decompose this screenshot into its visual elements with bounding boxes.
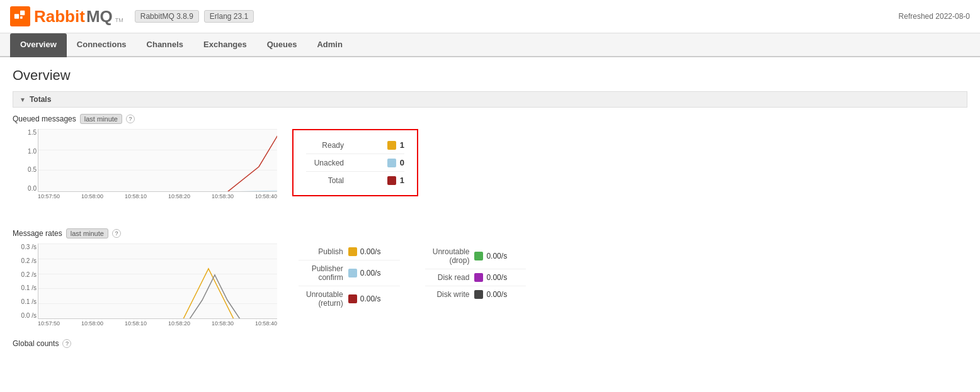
rate-disk-write-value: 0.00/s — [474, 290, 518, 299]
rate-disk-read-value: 0.00/s — [474, 273, 518, 282]
main-nav: Overview Connections Channels Exchanges … — [0, 33, 980, 57]
rate-disk-read-label: Disk read — [438, 273, 470, 282]
svg-rect-1 — [20, 11, 25, 15]
svg-rect-2 — [20, 16, 23, 19]
rate-unroutable-return-label: Unroutable(return) — [306, 290, 343, 308]
rate-unroutable-return-value: 0.00/s — [348, 294, 392, 303]
totals-section-title: Totals — [30, 95, 51, 104]
total-color-swatch — [387, 176, 396, 185]
unroutable-drop-color-swatch — [474, 252, 483, 260]
nav-item-connections[interactable]: Connections — [67, 33, 137, 57]
logo: RabbitMQTM RabbitMQ 3.8.9 Erlang 23.1 — [10, 6, 254, 26]
rates-chart-row: 0.3 /s 0.2 /s 0.2 /s 0.1 /s 0.1 /s 0.0 /… — [13, 244, 967, 327]
queued-messages-label: Queued messages last minute ? — [13, 114, 967, 124]
queued-chart-row: 1.5 1.0 0.5 0.0 — [13, 129, 967, 199]
rate-publisher-confirm-label: Publisherconfirm — [312, 264, 343, 282]
totals-section-header[interactable]: ▼ Totals — [13, 91, 967, 108]
disk-read-color-swatch — [474, 273, 483, 282]
refresh-timestamp: Refreshed 2022-08-0 — [899, 12, 970, 21]
rates-chart-wrapper: 0.3 /s 0.2 /s 0.2 /s 0.1 /s 0.1 /s 0.0 /… — [38, 244, 277, 327]
global-counts: Global counts ? — [13, 339, 967, 348]
logo-tm: TM — [115, 17, 123, 23]
ready-color-swatch — [387, 141, 396, 150]
nav-item-admin[interactable]: Admin — [307, 33, 352, 57]
rates-time-tag[interactable]: last minute — [66, 228, 108, 238]
version-badge: RabbitMQ 3.8.9 — [135, 10, 199, 23]
header-badges: RabbitMQ 3.8.9 Erlang 23.1 — [135, 10, 254, 23]
rates-y-axis: 0.3 /s 0.2 /s 0.2 /s 0.1 /s 0.1 /s 0.0 /… — [10, 244, 37, 319]
legend-ready-value: 1 — [387, 140, 404, 150]
queued-chart-wrapper: 1.5 1.0 0.5 0.0 — [38, 129, 277, 199]
queued-x-axis: 10:57:50 10:58:00 10:58:10 10:58:20 10:5… — [38, 193, 277, 199]
rate-publish-value: 0.00/s — [348, 247, 392, 256]
rate-unroutable-drop-value: 0.00/s — [474, 252, 518, 260]
rate-publisher-confirm-value: 0.00/s — [348, 269, 392, 277]
rates-section: Message rates last minute ? 0.3 /s 0.2 /… — [13, 228, 967, 327]
legend-unacked-row: Unacked 0 — [306, 154, 404, 172]
rate-disk-read-row: Disk read 0.00/s — [425, 269, 527, 286]
rates-legend-group: Publish 0.00/s Publisherconfirm 0.00/s — [299, 244, 526, 311]
rates-right-col: Unroutable(drop) 0.00/s Disk read 0.00/s — [425, 244, 527, 311]
rate-unroutable-drop-row: Unroutable(drop) 0.00/s — [425, 244, 527, 269]
totals-arrow-icon: ▼ — [20, 96, 26, 103]
legend-unacked-label: Unacked — [306, 159, 344, 167]
header: RabbitMQTM RabbitMQ 3.8.9 Erlang 23.1 Re… — [0, 0, 980, 33]
rate-publish-row: Publish 0.00/s — [299, 244, 400, 260]
publisher-confirm-color-swatch — [348, 269, 357, 277]
svg-rect-0 — [14, 14, 19, 18]
nav-item-exchanges[interactable]: Exchanges — [193, 33, 257, 57]
rates-chart-area — [38, 244, 277, 319]
legend-total-label: Total — [306, 176, 344, 185]
logo-rabbit: Rabbit — [34, 7, 85, 26]
rabbitmq-logo-icon — [10, 6, 30, 26]
totals-section: ▼ Totals Queued messages last minute ? 1… — [13, 91, 967, 216]
erlang-badge: Erlang 23.1 — [204, 10, 254, 23]
logo-mq: MQ — [86, 7, 113, 26]
rate-unroutable-drop-label: Unroutable(drop) — [433, 247, 470, 265]
main-content: Overview ▼ Totals Queued messages last m… — [0, 57, 980, 358]
queued-legend: Ready 1 Unacked 0 Tota — [292, 129, 418, 196]
page-title: Overview — [13, 67, 967, 84]
nav-item-channels[interactable]: Channels — [137, 33, 194, 57]
disk-write-color-swatch — [474, 290, 483, 299]
queued-time-tag[interactable]: last minute — [80, 114, 122, 124]
rates-label: Message rates last minute ? — [13, 228, 967, 238]
legend-ready-row: Ready 1 — [306, 137, 404, 154]
unacked-color-swatch — [387, 159, 396, 167]
publish-color-swatch — [348, 247, 357, 256]
queued-help-icon[interactable]: ? — [126, 115, 135, 123]
rate-unroutable-return-row: Unroutable(return) 0.00/s — [299, 286, 400, 311]
global-counts-help-icon[interactable]: ? — [62, 339, 71, 348]
totals-content: Queued messages last minute ? 1.5 1.0 0.… — [13, 108, 967, 216]
legend-ready-label: Ready — [306, 141, 344, 150]
rates-help-icon[interactable]: ? — [112, 229, 121, 238]
queued-y-axis: 1.5 1.0 0.5 0.0 — [15, 129, 37, 192]
unroutable-return-color-swatch — [348, 294, 357, 303]
legend-total-row: Total 1 — [306, 172, 404, 189]
rate-publisher-confirm-row: Publisherconfirm 0.00/s — [299, 260, 400, 286]
rates-left-col: Publish 0.00/s Publisherconfirm 0.00/s — [299, 244, 400, 311]
queued-chart-area — [38, 129, 277, 192]
rate-disk-write-row: Disk write 0.00/s — [425, 286, 527, 303]
legend-unacked-value: 0 — [387, 158, 404, 167]
rates-x-axis: 10:57:50 10:58:00 10:58:10 10:58:20 10:5… — [38, 320, 277, 327]
rate-disk-write-label: Disk write — [436, 290, 469, 299]
legend-total-value: 1 — [387, 176, 404, 185]
rate-publish-label: Publish — [318, 247, 343, 256]
nav-item-overview[interactable]: Overview — [10, 33, 67, 57]
nav-item-queues[interactable]: Queues — [257, 33, 307, 57]
